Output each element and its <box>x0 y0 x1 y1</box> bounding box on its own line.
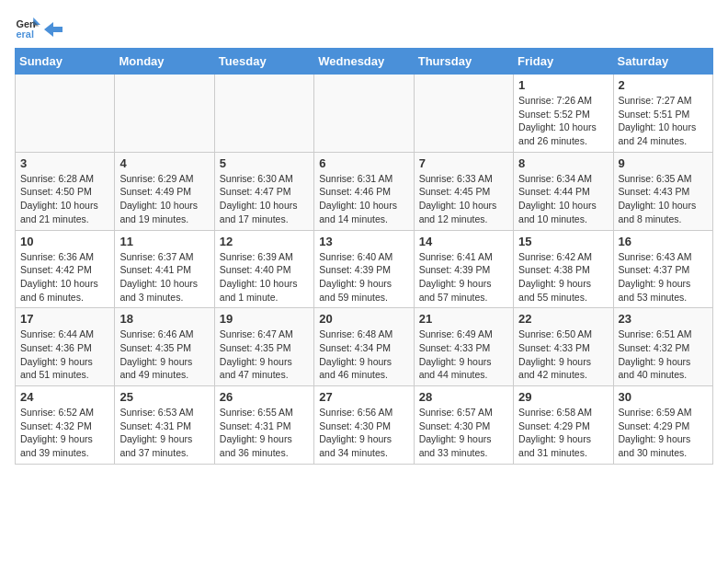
day-info: Sunrise: 6:40 AM Sunset: 4:39 PM Dayligh… <box>319 250 408 304</box>
logo-arrow-icon <box>44 22 63 37</box>
calendar-cell <box>16 75 115 153</box>
day-number: 20 <box>319 312 408 326</box>
calendar-cell: 11Sunrise: 6:37 AM Sunset: 4:41 PM Dayli… <box>115 230 214 308</box>
calendar-cell <box>414 75 513 153</box>
day-number: 25 <box>119 390 209 404</box>
day-info: Sunrise: 6:58 AM Sunset: 4:29 PM Dayligh… <box>518 406 608 460</box>
day-number: 26 <box>220 390 309 404</box>
calendar-cell: 30Sunrise: 6:59 AM Sunset: 4:29 PM Dayli… <box>613 386 712 465</box>
header-monday: Monday <box>115 49 214 75</box>
day-number: 11 <box>119 235 209 248</box>
day-number: 27 <box>319 390 408 404</box>
calendar-cell: 18Sunrise: 6:46 AM Sunset: 4:35 PM Dayli… <box>115 308 214 386</box>
day-info: Sunrise: 6:34 AM Sunset: 4:44 PM Dayligh… <box>518 172 608 226</box>
calendar-header-row: SundayMondayTuesdayWednesdayThursdayFrid… <box>16 49 713 75</box>
calendar-cell <box>214 75 313 153</box>
day-info: Sunrise: 6:55 AM Sunset: 4:31 PM Dayligh… <box>220 406 309 460</box>
day-number: 17 <box>20 312 109 326</box>
header-saturday: Saturday <box>613 49 712 75</box>
day-info: Sunrise: 6:47 AM Sunset: 4:35 PM Dayligh… <box>220 327 309 382</box>
day-number: 21 <box>419 312 508 326</box>
calendar-cell: 24Sunrise: 6:52 AM Sunset: 4:32 PM Dayli… <box>16 386 115 465</box>
day-number: 15 <box>518 235 608 248</box>
calendar-cell: 26Sunrise: 6:55 AM Sunset: 4:31 PM Dayli… <box>214 386 313 465</box>
calendar-cell: 27Sunrise: 6:56 AM Sunset: 4:30 PM Dayli… <box>314 386 414 465</box>
calendar-cell: 6Sunrise: 6:31 AM Sunset: 4:46 PM Daylig… <box>314 152 414 230</box>
calendar-cell: 19Sunrise: 6:47 AM Sunset: 4:35 PM Dayli… <box>214 308 313 386</box>
logo-icon: Gen eral <box>15 15 40 40</box>
calendar-cell: 9Sunrise: 6:35 AM Sunset: 4:43 PM Daylig… <box>613 152 712 230</box>
day-info: Sunrise: 7:27 AM Sunset: 5:51 PM Dayligh… <box>619 94 708 148</box>
calendar-cell: 3Sunrise: 6:28 AM Sunset: 4:50 PM Daylig… <box>16 152 115 230</box>
day-number: 8 <box>518 156 608 170</box>
calendar-table: SundayMondayTuesdayWednesdayThursdayFrid… <box>15 48 713 465</box>
header-sunday: Sunday <box>16 49 115 75</box>
calendar-cell: 8Sunrise: 6:34 AM Sunset: 4:44 PM Daylig… <box>514 152 613 230</box>
calendar-cell: 1Sunrise: 7:26 AM Sunset: 5:52 PM Daylig… <box>514 75 613 153</box>
day-number: 2 <box>619 78 708 92</box>
calendar-cell: 16Sunrise: 6:43 AM Sunset: 4:37 PM Dayli… <box>613 230 712 308</box>
day-info: Sunrise: 6:43 AM Sunset: 4:37 PM Dayligh… <box>619 250 708 304</box>
day-info: Sunrise: 6:48 AM Sunset: 4:34 PM Dayligh… <box>319 327 408 382</box>
week-row-4: 24Sunrise: 6:52 AM Sunset: 4:32 PM Dayli… <box>16 386 713 465</box>
header-friday: Friday <box>514 49 613 75</box>
day-info: Sunrise: 6:30 AM Sunset: 4:47 PM Dayligh… <box>220 172 309 226</box>
day-info: Sunrise: 6:57 AM Sunset: 4:30 PM Dayligh… <box>419 406 508 460</box>
day-info: Sunrise: 6:56 AM Sunset: 4:30 PM Dayligh… <box>319 406 408 460</box>
calendar-cell: 5Sunrise: 6:30 AM Sunset: 4:47 PM Daylig… <box>214 152 313 230</box>
header: Gen eral <box>15 15 713 40</box>
calendar-cell: 29Sunrise: 6:58 AM Sunset: 4:29 PM Dayli… <box>514 386 613 465</box>
day-info: Sunrise: 6:36 AM Sunset: 4:42 PM Dayligh… <box>20 250 109 304</box>
day-info: Sunrise: 6:35 AM Sunset: 4:43 PM Dayligh… <box>619 172 708 226</box>
day-number: 13 <box>319 235 408 248</box>
header-tuesday: Tuesday <box>214 49 313 75</box>
calendar-cell: 20Sunrise: 6:48 AM Sunset: 4:34 PM Dayli… <box>314 308 414 386</box>
day-number: 16 <box>619 235 708 248</box>
day-number: 9 <box>619 156 708 170</box>
day-info: Sunrise: 6:39 AM Sunset: 4:40 PM Dayligh… <box>220 250 309 304</box>
svg-text:eral: eral <box>17 29 34 40</box>
calendar-cell: 22Sunrise: 6:50 AM Sunset: 4:33 PM Dayli… <box>514 308 613 386</box>
day-number: 10 <box>20 235 109 248</box>
day-number: 3 <box>20 156 109 170</box>
calendar-cell: 25Sunrise: 6:53 AM Sunset: 4:31 PM Dayli… <box>115 386 214 465</box>
week-row-2: 10Sunrise: 6:36 AM Sunset: 4:42 PM Dayli… <box>16 230 713 308</box>
calendar-cell: 10Sunrise: 6:36 AM Sunset: 4:42 PM Dayli… <box>16 230 115 308</box>
day-info: Sunrise: 6:49 AM Sunset: 4:33 PM Dayligh… <box>419 327 508 382</box>
day-number: 1 <box>518 78 608 92</box>
header-thursday: Thursday <box>414 49 513 75</box>
calendar-cell: 17Sunrise: 6:44 AM Sunset: 4:36 PM Dayli… <box>16 308 115 386</box>
day-number: 22 <box>518 312 608 326</box>
day-info: Sunrise: 6:59 AM Sunset: 4:29 PM Dayligh… <box>619 406 708 460</box>
calendar-cell: 23Sunrise: 6:51 AM Sunset: 4:32 PM Dayli… <box>613 308 712 386</box>
day-number: 30 <box>619 390 708 404</box>
week-row-0: 1Sunrise: 7:26 AM Sunset: 5:52 PM Daylig… <box>16 75 713 153</box>
day-info: Sunrise: 6:46 AM Sunset: 4:35 PM Dayligh… <box>119 327 209 382</box>
day-info: Sunrise: 6:29 AM Sunset: 4:49 PM Dayligh… <box>119 172 209 226</box>
day-info: Sunrise: 6:50 AM Sunset: 4:33 PM Dayligh… <box>518 327 608 382</box>
day-number: 29 <box>518 390 608 404</box>
day-number: 28 <box>419 390 508 404</box>
calendar-cell: 4Sunrise: 6:29 AM Sunset: 4:49 PM Daylig… <box>115 152 214 230</box>
calendar-cell: 14Sunrise: 6:41 AM Sunset: 4:39 PM Dayli… <box>414 230 513 308</box>
day-info: Sunrise: 6:52 AM Sunset: 4:32 PM Dayligh… <box>20 406 109 460</box>
calendar-cell: 21Sunrise: 6:49 AM Sunset: 4:33 PM Dayli… <box>414 308 513 386</box>
calendar-cell: 13Sunrise: 6:40 AM Sunset: 4:39 PM Dayli… <box>314 230 414 308</box>
svg-marker-4 <box>44 22 63 37</box>
day-number: 4 <box>119 156 209 170</box>
week-row-1: 3Sunrise: 6:28 AM Sunset: 4:50 PM Daylig… <box>16 152 713 230</box>
day-info: Sunrise: 6:51 AM Sunset: 4:32 PM Dayligh… <box>619 327 708 382</box>
day-number: 12 <box>220 235 309 248</box>
header-wednesday: Wednesday <box>314 49 414 75</box>
day-info: Sunrise: 6:53 AM Sunset: 4:31 PM Dayligh… <box>119 406 209 460</box>
calendar-cell: 12Sunrise: 6:39 AM Sunset: 4:40 PM Dayli… <box>214 230 313 308</box>
calendar-cell: 28Sunrise: 6:57 AM Sunset: 4:30 PM Dayli… <box>414 386 513 465</box>
logo: Gen eral <box>15 15 63 40</box>
calendar-cell: 2Sunrise: 7:27 AM Sunset: 5:51 PM Daylig… <box>613 75 712 153</box>
calendar-cell: 7Sunrise: 6:33 AM Sunset: 4:45 PM Daylig… <box>414 152 513 230</box>
day-number: 7 <box>419 156 508 170</box>
day-info: Sunrise: 7:26 AM Sunset: 5:52 PM Dayligh… <box>518 94 608 148</box>
day-number: 14 <box>419 235 508 248</box>
day-info: Sunrise: 6:31 AM Sunset: 4:46 PM Dayligh… <box>319 172 408 226</box>
week-row-3: 17Sunrise: 6:44 AM Sunset: 4:36 PM Dayli… <box>16 308 713 386</box>
